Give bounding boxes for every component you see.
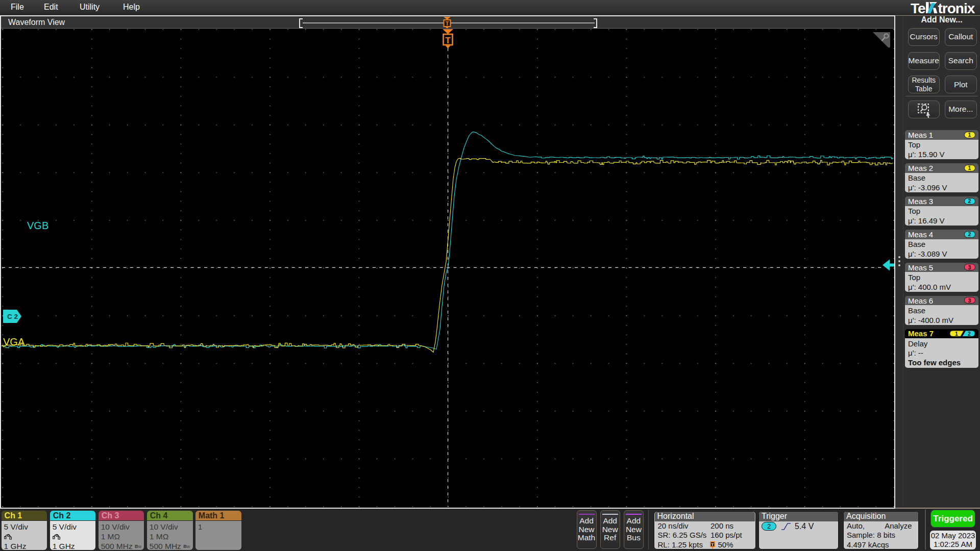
svg-text:VGB: VGB: [27, 220, 48, 231]
svg-text:1: 1: [955, 331, 958, 337]
svg-text:VGA: VGA: [3, 336, 25, 347]
svg-text:T: T: [445, 36, 451, 45]
svg-text:2: 2: [968, 331, 971, 337]
svg-text:Te: Te: [911, 1, 925, 15]
svg-text:tronix: tronix: [938, 1, 975, 15]
svg-text:T: T: [446, 20, 449, 26]
svg-text:T: T: [712, 542, 714, 547]
svg-text:C 2: C 2: [7, 313, 18, 320]
